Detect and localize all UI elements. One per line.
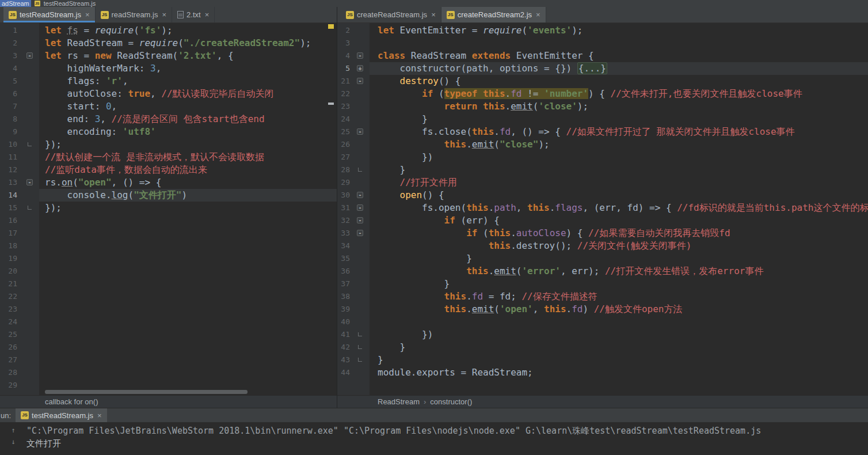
scroll-down-icon[interactable]: ↓ xyxy=(11,438,15,445)
code-text[interactable]: }) xyxy=(370,328,868,341)
code-line-5[interactable]: 5+ constructor(path, options = {}) {...} xyxy=(337,62,868,75)
code-line-24[interactable]: 24 xyxy=(0,316,337,328)
code-line-11[interactable]: 11//默认创建一个流 是非流动模式，默认不会读取数据 xyxy=(0,151,337,164)
code-line-23[interactable]: 23 return this.emit('close'); xyxy=(337,100,868,113)
code-text[interactable]: } xyxy=(370,164,868,176)
breadcrumb-item[interactable]: ReadStream xyxy=(378,397,420,406)
code-text[interactable] xyxy=(39,366,337,379)
code-text[interactable]: //监听data事件，数据会自动的流出来 xyxy=(39,164,337,176)
code-line-15[interactable]: 15}); xyxy=(0,202,337,214)
code-line-34[interactable]: 34 this.destroy(); //关闭文件(触发关闭事件) xyxy=(337,240,868,252)
code-text[interactable] xyxy=(370,316,868,328)
code-line-26[interactable]: 26 xyxy=(0,341,337,354)
run-console[interactable]: ↑ ↓ "C:\Program Files\JetBrains\WebStorm… xyxy=(0,422,868,455)
close-tab-icon[interactable]: × xyxy=(162,10,166,19)
code-line-4[interactable]: 4-class ReadStream extends EventEmitter … xyxy=(337,50,868,62)
code-line-35[interactable]: 35 } xyxy=(337,252,868,265)
code-line-10[interactable]: 10}); xyxy=(0,138,337,151)
fold-collapse-icon[interactable]: - xyxy=(357,192,363,198)
code-line-2[interactable]: 2let ReadStream = require("./createReadS… xyxy=(0,37,337,50)
code-text[interactable] xyxy=(39,354,337,366)
code-text[interactable]: fs.close(this.fd, () => { //如果文件打开过了 那就关… xyxy=(370,126,868,138)
fold-end-icon[interactable] xyxy=(28,206,32,210)
code-text[interactable]: } xyxy=(370,341,868,354)
code-text[interactable]: encoding: 'utf8' xyxy=(39,126,337,138)
code-line-7[interactable]: 7 start: 0, xyxy=(0,100,337,113)
code-text[interactable]: if (typeof this.fd != 'number') { //文件未打… xyxy=(370,88,868,100)
code-text[interactable]: } xyxy=(370,252,868,265)
code-text[interactable]: class ReadStream extends EventEmitter { xyxy=(370,50,868,62)
code-line-30[interactable]: 30- open() { xyxy=(337,189,868,202)
code-text[interactable]: let ReadStream = require("./createReadSt… xyxy=(39,37,337,50)
code-line-24[interactable]: 24 } xyxy=(337,113,868,126)
fold-collapse-icon[interactable]: - xyxy=(357,204,363,211)
code-text[interactable]: autoClose: true, //默认读取完毕后自动关闭 xyxy=(39,88,337,100)
close-tab-icon[interactable]: × xyxy=(536,10,540,19)
code-line-17[interactable]: 17 xyxy=(0,227,337,240)
code-text[interactable]: let rs = new ReadStream('2.txt', { xyxy=(39,50,337,62)
code-line-29[interactable]: 29 //打开文件用 xyxy=(337,176,868,189)
code-line-42[interactable]: 42 } xyxy=(337,341,868,354)
code-line-38[interactable]: 38 this.fd = fd; //保存文件描述符 xyxy=(337,290,868,303)
code-line-18[interactable]: 18 xyxy=(0,240,337,252)
code-line-1[interactable]: 1let fs = require('fs'); xyxy=(0,24,337,37)
code-text[interactable] xyxy=(39,316,337,328)
fold-collapse-icon[interactable]: - xyxy=(357,230,363,236)
code-line-22[interactable]: 22 xyxy=(0,290,337,303)
code-text[interactable] xyxy=(39,214,337,227)
code-text[interactable]: open() { xyxy=(370,189,868,202)
code-line-8[interactable]: 8 end: 3, //流是闭合区间 包含start也含end xyxy=(0,113,337,126)
code-text[interactable]: let EventEmitter = require('events'); xyxy=(370,24,868,37)
fold-collapse-icon[interactable]: - xyxy=(357,52,363,59)
fold-collapse-icon[interactable]: - xyxy=(357,128,363,135)
code-text[interactable]: destroy() { xyxy=(370,75,868,88)
left-editor[interactable]: 1let fs = require('fs');2let ReadStream … xyxy=(0,23,337,395)
fold-expand-icon[interactable]: + xyxy=(357,65,363,71)
scrollbar-change-marker[interactable] xyxy=(328,24,334,29)
code-text[interactable]: fs.open(this.path, this.flags, (err, fd)… xyxy=(370,202,868,214)
code-line-12[interactable]: 12//监听data事件，数据会自动的流出来 xyxy=(0,164,337,176)
code-text[interactable]: constructor(path, options = {}) {...} xyxy=(370,62,868,75)
code-text[interactable]: end: 3, //流是闭合区间 包含start也含end xyxy=(39,113,337,126)
code-text[interactable]: this.fd = fd; //保存文件描述符 xyxy=(370,290,868,303)
code-line-27[interactable]: 27 xyxy=(0,354,337,366)
code-line-28[interactable]: 28 xyxy=(0,366,337,379)
code-text[interactable]: let fs = require('fs'); xyxy=(39,24,337,37)
horizontal-scrollbar-thumb[interactable] xyxy=(45,390,248,394)
code-text[interactable]: } xyxy=(370,278,868,290)
console-output[interactable]: "C:\Program Files\JetBrains\WebStorm 201… xyxy=(26,422,868,455)
close-tab-icon[interactable]: × xyxy=(97,411,102,420)
editor-tab-testreadstream-js[interactable]: JStestReadStream.js× xyxy=(3,7,96,22)
code-text[interactable]: this.emit("close"); xyxy=(370,138,868,151)
scroll-up-icon[interactable]: ↑ xyxy=(11,427,15,434)
code-text[interactable]: //默认创建一个流 是非流动模式，默认不会读取数据 xyxy=(39,151,337,164)
code-line-37[interactable]: 37 } xyxy=(337,278,868,290)
code-line-23[interactable]: 23 xyxy=(0,303,337,316)
right-editor[interactable]: 2let EventEmitter = require('events');34… xyxy=(337,23,868,395)
editor-tab-createreadstream2-js[interactable]: JScreateReadStream2.js× xyxy=(441,7,546,22)
fold-collapse-icon[interactable]: - xyxy=(26,52,33,59)
editor-tab-createreadstream-js[interactable]: JScreateReadStream.js× xyxy=(341,7,441,22)
code-line-39[interactable]: 39 this.emit('open', this.fd) //触发文件open… xyxy=(337,303,868,316)
close-tab-icon[interactable]: × xyxy=(431,10,436,19)
code-text[interactable]: flags: 'r', xyxy=(39,75,337,88)
code-line-25[interactable]: 25- fs.close(this.fd, () => { //如果文件打开过了… xyxy=(337,126,868,138)
code-line-36[interactable]: 36 this.emit('error', err); //打开文件发生错误，发… xyxy=(337,265,868,278)
code-line-25[interactable]: 25 xyxy=(0,328,337,341)
code-line-22[interactable]: 22 if (typeof this.fd != 'number') { //文… xyxy=(337,88,868,100)
code-line-16[interactable]: 16 xyxy=(0,214,337,227)
code-line-28[interactable]: 28 } xyxy=(337,164,868,176)
code-text[interactable] xyxy=(39,227,337,240)
code-line-21[interactable]: 21 xyxy=(0,278,337,290)
code-line-40[interactable]: 40 xyxy=(337,316,868,328)
code-text[interactable] xyxy=(39,252,337,265)
code-text[interactable]: start: 0, xyxy=(39,100,337,113)
fold-collapse-icon[interactable]: - xyxy=(26,179,33,185)
code-line-9[interactable]: 9 encoding: 'utf8' xyxy=(0,126,337,138)
code-text[interactable]: this.emit('open', this.fd) //触发文件open方法 xyxy=(370,303,868,316)
fold-end-icon[interactable] xyxy=(28,142,32,146)
code-line-33[interactable]: 33- if (this.autoClose) { //如果需要自动关闭我再去销… xyxy=(337,227,868,240)
code-line-6[interactable]: 6 autoClose: true, //默认读取完毕后自动关闭 xyxy=(0,88,337,100)
fold-end-icon[interactable] xyxy=(358,332,362,336)
run-tab[interactable]: JS testReadStream.js × xyxy=(16,408,107,422)
